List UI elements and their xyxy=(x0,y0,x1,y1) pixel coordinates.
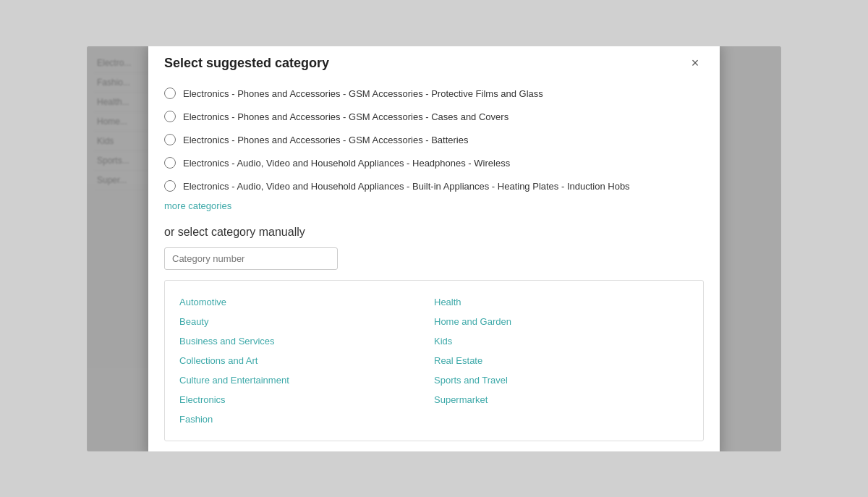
radio-option-1: Electronics - Phones and Accessories - G… xyxy=(164,82,704,105)
manual-section: or select category manually Automotive B… xyxy=(164,226,704,441)
category-grid-wrapper: Automotive Beauty Business and Services … xyxy=(164,280,704,441)
category-item-kids[interactable]: Kids xyxy=(434,331,689,351)
category-item-collections-art[interactable]: Collections and Art xyxy=(179,351,434,370)
radio-option-2: Electronics - Phones and Accessories - G… xyxy=(164,105,704,128)
modal-title: Select suggested category xyxy=(164,56,329,71)
radio-option-4: Electronics - Audio, Video and Household… xyxy=(164,151,704,174)
categories-left-column: Automotive Beauty Business and Services … xyxy=(179,292,434,429)
radio-options-list: Electronics - Phones and Accessories - G… xyxy=(164,82,704,197)
category-item-business-services[interactable]: Business and Services xyxy=(179,331,434,351)
radio-label-4[interactable]: Electronics - Audio, Video and Household… xyxy=(183,158,510,169)
radio-label-1[interactable]: Electronics - Phones and Accessories - G… xyxy=(183,88,543,99)
category-number-input[interactable] xyxy=(164,247,338,270)
radio-label-2[interactable]: Electronics - Phones and Accessories - G… xyxy=(183,111,509,122)
manual-section-title: or select category manually xyxy=(164,226,704,239)
category-item-real-estate[interactable]: Real Estate xyxy=(434,351,689,370)
radio-input-4[interactable] xyxy=(164,157,176,169)
radio-input-1[interactable] xyxy=(164,88,176,99)
category-item-automotive[interactable]: Automotive xyxy=(179,292,434,312)
more-categories-link[interactable]: more categories xyxy=(164,200,231,211)
modal-header: Select suggested category × xyxy=(148,46,720,82)
category-item-electronics[interactable]: Electronics xyxy=(179,390,434,409)
category-item-culture-entertainment[interactable]: Culture and Entertainment xyxy=(179,370,434,390)
radio-option-5: Electronics - Audio, Video and Household… xyxy=(164,174,704,197)
category-item-sports-travel[interactable]: Sports and Travel xyxy=(434,370,689,390)
radio-label-3[interactable]: Electronics - Phones and Accessories - G… xyxy=(183,135,469,145)
radio-option-3: Electronics - Phones and Accessories - G… xyxy=(164,128,704,151)
category-item-health[interactable]: Health xyxy=(434,292,689,312)
categories-right-column: Health Home and Garden Kids Real Estate … xyxy=(434,292,689,429)
modal-dialog: Select suggested category × Electronics … xyxy=(148,46,720,451)
modal-body: Electronics - Phones and Accessories - G… xyxy=(148,82,720,451)
modal-overlay: Select suggested category × Electronics … xyxy=(87,46,781,451)
radio-input-3[interactable] xyxy=(164,134,176,145)
category-item-home-garden[interactable]: Home and Garden xyxy=(434,312,689,331)
category-item-fashion[interactable]: Fashion xyxy=(179,409,434,429)
radio-input-5[interactable] xyxy=(164,180,176,192)
category-grid: Automotive Beauty Business and Services … xyxy=(179,292,689,429)
category-item-beauty[interactable]: Beauty xyxy=(179,312,434,331)
modal-close-button[interactable]: × xyxy=(686,54,704,72)
category-item-supermarket[interactable]: Supermarket xyxy=(434,390,689,409)
radio-input-2[interactable] xyxy=(164,111,176,122)
page-background: Electro... Fashio... Health... Home... K… xyxy=(87,46,781,451)
radio-label-5[interactable]: Electronics - Audio, Video and Household… xyxy=(183,181,630,192)
